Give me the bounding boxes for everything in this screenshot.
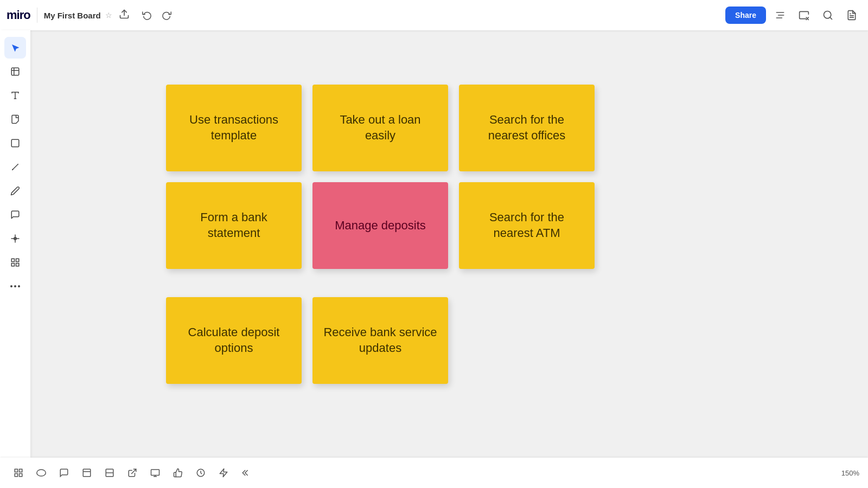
note-offices[interactable]: Search for the nearest offices: [459, 85, 595, 171]
export-icon-btn[interactable]: [123, 463, 142, 483]
lightning-icon-btn[interactable]: [214, 463, 233, 483]
svg-rect-35: [151, 470, 159, 476]
left-sidebar: [0, 30, 30, 458]
svg-point-29: [37, 470, 46, 476]
sidebar-item-cursor[interactable]: [4, 37, 26, 59]
bottom-toolbar: 150%: [0, 458, 868, 488]
svg-point-22: [10, 285, 12, 287]
sidebar-item-comment[interactable]: [4, 204, 26, 226]
topbar-right: Share: [725, 5, 861, 25]
svg-point-24: [18, 285, 20, 287]
sidebar-item-pen[interactable]: [4, 156, 26, 178]
note-deposits[interactable]: Manage deposits: [312, 182, 448, 269]
svg-rect-26: [20, 469, 22, 472]
sidebar-item-more[interactable]: [4, 275, 26, 297]
grid-icon-btn[interactable]: [9, 463, 28, 483]
sidebar-item-pencil[interactable]: [4, 180, 26, 202]
svg-rect-19: [16, 259, 19, 261]
svg-rect-18: [11, 259, 14, 261]
topbar: miro My First Board ☆ Share: [0, 0, 868, 30]
zoom-level: 150%: [841, 469, 859, 477]
notes-grid-bottom: Calculate deposit options Receive bank s…: [166, 297, 595, 384]
chat-icon-btn[interactable]: [54, 463, 74, 483]
svg-rect-8: [11, 68, 19, 75]
sidebar-item-sticky[interactable]: [4, 108, 26, 130]
template-icon-btn[interactable]: [794, 5, 814, 25]
note-loan[interactable]: Take out a loan easily: [312, 85, 448, 171]
undo-button[interactable]: [138, 7, 156, 24]
svg-marker-39: [220, 469, 227, 477]
search-icon-btn[interactable]: [818, 5, 838, 25]
board-name: My First Board: [44, 11, 101, 20]
sidebar-item-shapes[interactable]: [4, 132, 26, 154]
note-updates[interactable]: Receive bank service updates: [312, 297, 448, 384]
share-button[interactable]: Share: [725, 7, 766, 24]
note-transactions[interactable]: Use transactions template: [166, 85, 302, 171]
sidebar-item-crop[interactable]: [4, 228, 26, 249]
equalizer-icon-btn[interactable]: [770, 5, 790, 25]
svg-line-34: [132, 469, 136, 473]
svg-point-23: [14, 285, 16, 287]
svg-rect-21: [16, 264, 19, 266]
miro-logo: miro: [7, 8, 30, 22]
svg-rect-25: [15, 469, 17, 472]
topbar-divider1: [37, 8, 37, 23]
presentation-icon-btn[interactable]: [145, 463, 165, 483]
redo-button[interactable]: [158, 7, 175, 24]
collapse-icon-btn[interactable]: [237, 463, 256, 483]
layout-icon-btn[interactable]: [100, 463, 119, 483]
sidebar-item-text[interactable]: [4, 85, 26, 106]
canvas[interactable]: Use transactions template Take out a loa…: [30, 30, 868, 458]
note-statement[interactable]: Form a bank statement: [166, 182, 302, 269]
note-calc[interactable]: Calculate deposit options: [166, 297, 302, 384]
ellipse-icon-btn[interactable]: [31, 463, 51, 483]
note-atm[interactable]: Search for the nearest ATM: [459, 182, 595, 269]
sidebar-item-chart[interactable]: [4, 252, 26, 273]
notes-icon-btn[interactable]: [842, 5, 861, 25]
svg-line-5: [830, 17, 832, 20]
sidebar-item-frames[interactable]: [4, 61, 26, 82]
svg-rect-13: [11, 139, 19, 147]
svg-rect-27: [15, 474, 17, 477]
svg-rect-30: [83, 469, 91, 477]
star-icon[interactable]: ☆: [105, 11, 112, 20]
like-icon-btn[interactable]: [168, 463, 188, 483]
upload-icon[interactable]: [119, 9, 130, 22]
frame-icon-btn[interactable]: [77, 463, 97, 483]
timer-icon-btn[interactable]: [191, 463, 210, 483]
undo-redo-group: [138, 7, 175, 24]
svg-rect-20: [11, 264, 14, 266]
svg-rect-28: [20, 474, 22, 477]
